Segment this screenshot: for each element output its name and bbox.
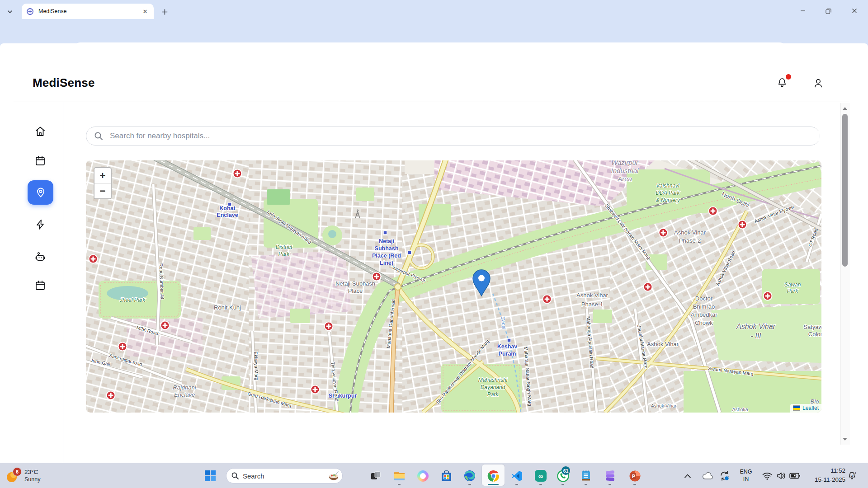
svg-text:P: P [632, 473, 635, 479]
volume-icon[interactable] [774, 469, 788, 483]
calendar-icon [34, 155, 46, 167]
hospital-marker[interactable] [543, 295, 552, 304]
taskbar-search-box[interactable]: Search [226, 468, 343, 483]
browser-toolbar: medi-sense-delta.vercel.app/dashboard/ho… [0, 19, 868, 43]
windows-taskbar: 6 23°C Sunny Search [0, 463, 868, 488]
new-tab-button[interactable] [159, 6, 170, 17]
wifi-icon[interactable] [760, 469, 774, 483]
sidebar-item-activity[interactable] [29, 214, 51, 235]
weather-alert-badge: 6 [13, 467, 22, 476]
map-label: Ashok Vihar [651, 403, 677, 408]
language-indicator[interactable]: ENGIN [738, 468, 754, 483]
hospital-search-bar[interactable] [86, 127, 820, 145]
tab-search-chevron-icon[interactable] [5, 6, 15, 17]
sync-update-icon[interactable] [718, 469, 731, 483]
edge-browser-icon[interactable] [463, 469, 476, 483]
leaflet-map[interactable]: WazirpurIndustrialAreaKohatEnclaveNetaji… [86, 160, 821, 413]
purple-stack-app-icon[interactable] [603, 469, 617, 483]
tab-close-icon[interactable]: ✕ [141, 7, 149, 15]
header-divider [14, 102, 849, 102]
hospital-marker[interactable] [659, 229, 668, 237]
map-label: Ashoka [732, 407, 748, 412]
chrome-browser-icon[interactable] [486, 469, 500, 483]
map-label: Ambedkar [690, 311, 717, 318]
map-label: Eklavya Marg [253, 352, 259, 380]
notepad-icon[interactable] [579, 469, 593, 483]
map-label: Netaji Subhash [335, 280, 375, 287]
hospital-marker[interactable] [709, 207, 717, 216]
weather-temp: 23°C [24, 469, 40, 476]
scrollbar-down-arrow[interactable] [841, 436, 849, 443]
hospital-marker[interactable] [311, 385, 320, 394]
scrollbar-thumb[interactable] [842, 114, 848, 267]
onedrive-cloud-icon[interactable] [701, 469, 714, 483]
arduino-ide-icon[interactable]: ∞ [534, 469, 547, 483]
profile-button[interactable] [810, 75, 826, 91]
map-label: Subhash [375, 245, 399, 252]
hospital-marker[interactable] [764, 292, 772, 300]
calendar-icon [34, 280, 46, 291]
browser-tab[interactable]: MediSense ✕ [22, 4, 154, 19]
map-label: Enclave [217, 212, 238, 218]
hospital-marker[interactable] [644, 283, 652, 291]
map-label: Mahashrishi [478, 377, 508, 383]
map-label: Satyawat [803, 324, 821, 330]
window-minimize-button[interactable] [796, 5, 810, 17]
hospital-marker[interactable] [161, 321, 170, 330]
sidebar-item-assistant[interactable] [29, 246, 51, 267]
map-label: Park [787, 288, 799, 294]
hospital-marker[interactable] [325, 322, 333, 331]
map-label: Shakurpur [329, 393, 357, 399]
vscode-icon[interactable] [510, 469, 524, 483]
leaflet-link[interactable]: Leaflet [802, 405, 819, 411]
map-label: DDA Park [656, 190, 680, 196]
running-indicator [609, 484, 611, 485]
weather-widget[interactable]: 6 23°C Sunny [5, 465, 40, 487]
file-explorer-icon[interactable] [392, 469, 406, 483]
powerpoint-icon[interactable]: P [628, 469, 642, 483]
map-label: Dayanand [481, 384, 505, 390]
sidebar-item-appointments[interactable] [29, 150, 51, 172]
copilot-icon[interactable] [416, 469, 429, 483]
app-logo: MediSense [33, 76, 95, 90]
hospital-marker[interactable] [118, 343, 127, 351]
search-input[interactable] [109, 131, 820, 141]
sidebar-item-schedule[interactable] [29, 275, 51, 296]
scrollbar-up-arrow[interactable] [841, 105, 849, 112]
map-label: Ashok Vihar [647, 341, 679, 347]
sidebar-item-home[interactable] [29, 121, 51, 142]
window-restore-button[interactable] [821, 5, 835, 17]
map-label: Phase-2 [679, 237, 701, 244]
zoom-out-button[interactable]: − [94, 183, 111, 198]
map-label: Rohit Kunj [214, 304, 241, 311]
tray-chevron-up-icon[interactable] [681, 469, 694, 483]
chrome-active-underline [488, 484, 499, 485]
map-label: Sawan [784, 282, 801, 288]
hospital-marker[interactable] [89, 255, 98, 263]
whatsapp-icon[interactable]: 61 [556, 469, 570, 483]
hospital-marker[interactable] [233, 169, 242, 178]
battery-icon[interactable] [788, 469, 802, 483]
microsoft-store-icon[interactable] [439, 469, 453, 483]
zoom-in-button[interactable]: + [94, 168, 111, 183]
sidebar-item-hospitals-active[interactable] [28, 180, 53, 205]
notification-center-bell-icon[interactable]: zz [845, 469, 859, 483]
map-label: Park [278, 251, 290, 257]
window-close-button[interactable] [848, 5, 861, 17]
task-view-button[interactable] [369, 469, 382, 483]
map-label: District [276, 244, 292, 250]
food-bowl-image [328, 470, 340, 482]
start-button[interactable] [203, 469, 217, 483]
taskbar-clock[interactable]: 11:52 15-11-2025 [815, 466, 845, 484]
hospital-marker[interactable] [373, 272, 381, 281]
hospital-marker[interactable] [107, 391, 115, 400]
location-pin-icon [35, 187, 47, 198]
map-label: Doctor [695, 295, 713, 302]
running-indicator [539, 484, 542, 485]
running-indicator [515, 484, 518, 485]
svg-text:z: z [854, 471, 856, 474]
hospital-marker[interactable] [738, 221, 747, 229]
whatsapp-unread-badge: 61 [561, 466, 570, 475]
map-label: Puram [499, 351, 516, 357]
map-label: Jheel Park [119, 297, 146, 303]
